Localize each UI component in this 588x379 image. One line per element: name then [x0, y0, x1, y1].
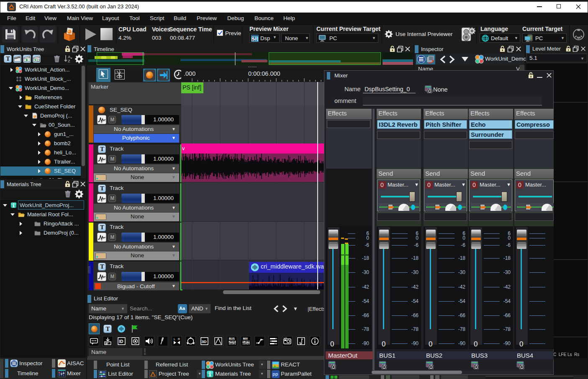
- svg-text:3D: 3D: [202, 339, 207, 344]
- svg-text:L: L: [174, 338, 175, 341]
- svg-text:BUS: BUS: [229, 337, 235, 340]
- svg-text:MIX: MIX: [243, 337, 248, 340]
- svg-text:LO: LO: [284, 337, 287, 339]
- svg-text:A: A: [68, 55, 71, 59]
- svg-text:Z: Z: [68, 59, 70, 63]
- svg-text:ID: ID: [119, 339, 123, 344]
- svg-text:R: R: [178, 338, 180, 341]
